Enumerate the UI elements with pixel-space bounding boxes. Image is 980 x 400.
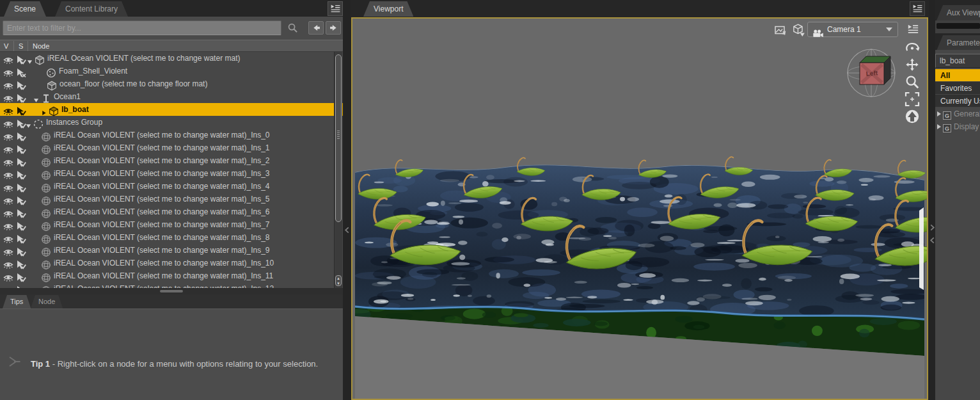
visibility-eye-icon[interactable] [3,53,13,66]
tab-parameters[interactable]: Parameters [937,35,980,51]
tree-row[interactable]: ocean_floor (select me to change floor m… [0,77,343,90]
selectable-cursor-icon[interactable] [16,53,26,66]
selectable-off-cursor-icon[interactable] [16,66,26,79]
search-icon[interactable] [287,22,298,33]
selectable-cursor-icon[interactable] [16,181,26,194]
orbit-tool-button[interactable] [903,40,921,56]
visibility-eye-icon[interactable] [3,181,13,194]
selectable-cursor-icon[interactable] [16,143,26,156]
selectable-cursor-icon[interactable] [16,79,26,92]
tree-vertical-scrollbar[interactable]: ▲▼ [334,52,342,288]
visibility-eye-icon[interactable] [3,104,13,117]
tree-row[interactable]: iREAL Ocean VIOLENT (select me to change… [0,244,343,257]
tree-row[interactable]: iREAL Ocean VIOLENT (select me to change… [0,52,343,65]
visibility-eye-icon[interactable] [3,143,13,156]
expander-icon[interactable] [937,124,941,129]
selectable-cursor-icon[interactable] [16,168,26,181]
visibility-eye-icon[interactable] [3,207,13,220]
tree-row[interactable]: iREAL Ocean VIOLENT (select me to change… [0,193,343,205]
selectable-cursor-icon[interactable] [16,104,26,117]
tree-row[interactable]: iREAL Ocean VIOLENT (select me to change… [0,269,343,282]
selectable-cursor-icon[interactable] [16,130,26,143]
tree-row[interactable]: iREAL Ocean VIOLENT (select me to change… [0,218,343,231]
tree-row[interactable]: iREAL Ocean VIOLENT (select me to change… [0,154,343,167]
visibility-eye-icon[interactable] [3,66,13,79]
visibility-eye-icon[interactable] [3,130,13,143]
tree-row[interactable]: iREAL Ocean VIOLENT (select me to change… [0,257,343,269]
visibility-eye-icon[interactable] [3,284,13,288]
collapse-left-chevron-icon[interactable] [929,236,935,244]
visibility-eye-icon[interactable] [3,117,13,130]
viewport-options-icon[interactable] [907,24,919,35]
selectable-cursor-icon[interactable] [16,271,26,284]
tree-row[interactable]: Instances Group [0,116,343,129]
view-cube-gizmo[interactable]: Left [841,44,902,105]
visibility-eye-icon[interactable] [3,156,13,168]
selectable-cursor-icon[interactable] [16,156,26,168]
selectable-cursor-icon[interactable] [16,207,26,220]
selectable-cursor-icon[interactable] [16,117,26,130]
filter-item-all[interactable]: All [935,69,980,82]
filter-input[interactable] [3,20,281,35]
collapse-left-chevron-icon[interactable] [344,225,350,234]
visibility-eye-icon[interactable] [3,258,13,271]
column-node[interactable]: Node [29,41,336,51]
selectable-cursor-icon[interactable] [16,232,26,245]
tab-viewport[interactable]: Viewport [363,1,413,17]
filter-item-currently-used[interactable]: Currently Used [935,95,980,108]
home-tool-button[interactable] [903,109,921,125]
visibility-eye-icon[interactable] [3,194,13,207]
tree-row[interactable]: iREAL Ocean VIOLENT (select me to change… [0,231,343,244]
selectable-cursor-icon[interactable] [16,92,26,104]
tab-node[interactable]: Node [31,295,63,308]
selectable-cursor-icon[interactable] [16,245,26,258]
viewport-pane-options-button[interactable] [910,1,925,16]
tree-row[interactable]: iREAL Ocean VIOLENT (select me to change… [0,129,343,141]
scrollbar-thumb[interactable] [335,54,342,222]
tab-content-library[interactable]: Content Library [55,1,128,17]
visibility-eye-icon[interactable] [3,168,13,181]
pan-tool-button[interactable] [903,57,921,74]
tree-row[interactable]: iREAL Ocean VIOLENT (select me to change… [0,282,343,288]
tab-scene[interactable]: Scene [4,1,46,17]
collapse-right-chevron-icon[interactable] [929,223,935,232]
filter-back-button[interactable] [308,21,324,35]
parameters-node-field[interactable]: lb_boat [935,54,980,68]
column-selectable[interactable]: S [15,41,28,51]
tree-row[interactable]: iREAL Ocean VIOLENT (select me to change… [0,205,343,218]
column-visibility[interactable]: V [0,41,14,51]
drawstyle-cube-icon[interactable] [791,23,805,37]
selectable-cursor-icon[interactable] [16,258,26,271]
visibility-eye-icon[interactable] [3,245,13,258]
render-settings-icon[interactable] [774,24,787,37]
tree-row[interactable]: iREAL Ocean VIOLENT (select me to change… [0,180,343,193]
tab-aux-viewport[interactable]: Aux Viewport [937,5,980,20]
selectable-cursor-icon[interactable] [16,194,26,207]
tree-row[interactable]: Ocean1 [0,90,343,103]
tab-tips[interactable]: Tips [3,295,31,308]
filter-item-favorites[interactable]: Favorites [935,82,980,95]
pane-options-button[interactable] [328,1,343,16]
tree-row[interactable]: lb_boat [0,103,343,116]
scrollbar-stepper[interactable]: ▲▼ [335,275,342,286]
cube-icon [35,53,45,66]
horizontal-splitter[interactable] [0,288,343,294]
visibility-eye-icon[interactable] [3,92,13,104]
selectable-cursor-icon[interactable] [16,284,26,288]
tree-row[interactable]: Foam_Shell_Violent [0,65,343,77]
visibility-eye-icon[interactable] [3,232,13,245]
viewport-3d-canvas[interactable]: Camera 1 Left [351,17,928,400]
selectable-cursor-icon[interactable] [16,220,26,232]
tree-row[interactable]: iREAL Ocean VIOLENT (select me to change… [0,141,343,154]
camera-selector[interactable]: Camera 1 [807,22,898,37]
group-general[interactable]: GGeneral [935,108,980,120]
group-display[interactable]: GDisplay [935,120,980,133]
visibility-eye-icon[interactable] [3,271,13,284]
expander-icon[interactable] [937,111,941,116]
zoom-tool-button[interactable] [903,74,921,91]
visibility-eye-icon[interactable] [3,220,13,232]
tree-row[interactable]: iREAL Ocean VIOLENT (select me to change… [0,167,343,180]
filter-forward-button[interactable] [326,21,341,35]
frame-tool-button[interactable] [903,92,921,108]
visibility-eye-icon[interactable] [3,79,13,92]
